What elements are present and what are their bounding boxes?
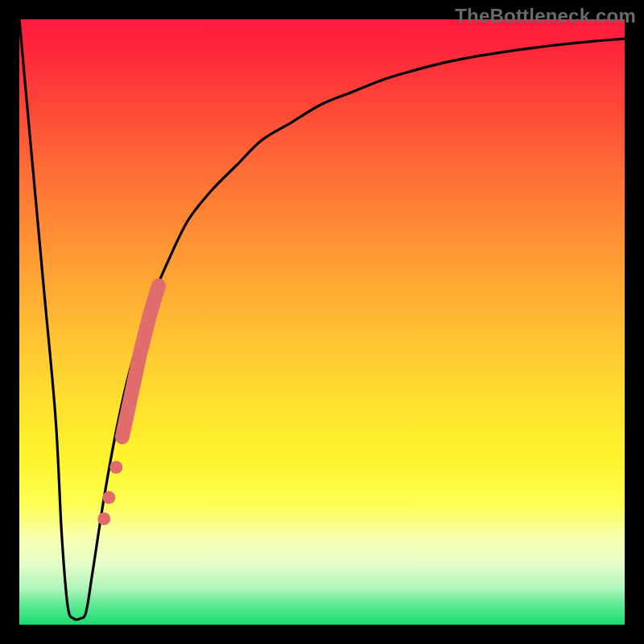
bottleneck-curve [19,19,625,620]
chart-svg [19,19,625,625]
chart-plot-area [19,19,625,625]
highlight-dot [97,512,110,525]
highlight-dot [109,461,122,474]
highlight-segment [97,286,159,526]
chart-frame: TheBottleneck.com [0,0,644,644]
highlight-dot [102,491,115,504]
highlight-thick [122,286,159,437]
watermark-label: TheBottleneck.com [455,5,636,27]
